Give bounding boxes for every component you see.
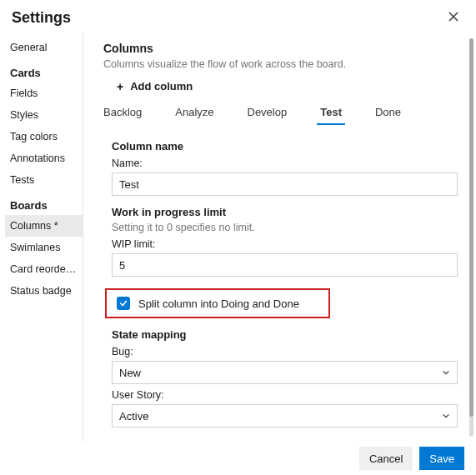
split-column-row[interactable]: Split column into Doing and Done: [105, 288, 330, 318]
tab-backlog[interactable]: Backlog: [103, 102, 142, 125]
user-story-state-value: Active: [119, 410, 148, 422]
add-column-button[interactable]: + Add column: [103, 77, 459, 99]
bug-label: Bug:: [112, 346, 458, 358]
state-mapping-heading: State mapping: [112, 328, 458, 341]
wip-subtext: Setting it to 0 specifies no limit.: [112, 222, 458, 233]
chevron-down-icon: [442, 410, 450, 418]
tab-done[interactable]: Done: [375, 102, 401, 125]
columns-heading: Columns: [103, 42, 459, 55]
save-button[interactable]: Save: [419, 447, 464, 470]
column-name-input[interactable]: [112, 172, 458, 196]
settings-title: Settings: [12, 9, 71, 27]
close-button[interactable]: [443, 7, 464, 28]
sidebar-item-card-reorder[interactable]: Card reorderi…: [5, 258, 83, 280]
bug-state-value: New: [119, 367, 141, 379]
sidebar-group-cards: Cards: [5, 58, 83, 82]
split-column-label: Split column into Doing and Done: [138, 298, 299, 310]
scrollbar-thumb[interactable]: [469, 38, 473, 417]
column-name-heading: Column name: [112, 140, 458, 152]
wip-label: WIP limit:: [112, 238, 458, 250]
user-story-state-select[interactable]: Active: [112, 404, 458, 428]
sidebar-item-tests[interactable]: Tests: [5, 169, 83, 191]
name-label: Name:: [112, 158, 458, 169]
wip-heading: Work in progress limit: [112, 206, 458, 218]
tab-analyze[interactable]: Analyze: [175, 102, 213, 125]
sidebar-item-columns[interactable]: Columns *: [5, 215, 83, 237]
sidebar-item-tag-colors[interactable]: Tag colors: [5, 126, 83, 148]
settings-sidebar: General Cards Fields Styles Tag colors A…: [0, 33, 83, 442]
bug-state-select[interactable]: New: [112, 361, 458, 384]
chevron-down-icon: [442, 367, 450, 375]
add-column-label: Add column: [130, 80, 193, 92]
vertical-scrollbar[interactable]: [469, 38, 473, 437]
plus-icon: +: [117, 81, 123, 92]
sidebar-item-styles[interactable]: Styles: [5, 104, 83, 126]
sidebar-group-boards: Boards: [5, 191, 83, 215]
sidebar-item-general[interactable]: General: [5, 37, 83, 58]
columns-subtext: Columns visualize the flow of work acros…: [103, 58, 459, 70]
columns-settings-panel: Columns Columns visualize the flow of wo…: [83, 33, 476, 442]
sidebar-item-annotations[interactable]: Annotations: [5, 148, 83, 169]
columns-tabstrip: Backlog Analyze Develop Test Done: [103, 99, 459, 125]
sidebar-item-status-badge[interactable]: Status badge: [5, 280, 83, 302]
sidebar-item-fields[interactable]: Fields: [5, 82, 83, 104]
close-icon: [448, 10, 458, 25]
tab-develop[interactable]: Develop: [248, 102, 288, 125]
user-story-label: User Story:: [112, 389, 458, 401]
wip-limit-input[interactable]: [112, 253, 458, 277]
dialog-footer: Cancel Save: [0, 442, 476, 475]
sidebar-item-swimlanes[interactable]: Swimlanes: [5, 237, 83, 258]
cancel-button[interactable]: Cancel: [359, 447, 413, 470]
checkbox-checked-icon: [117, 297, 130, 310]
tab-test[interactable]: Test: [320, 102, 342, 125]
